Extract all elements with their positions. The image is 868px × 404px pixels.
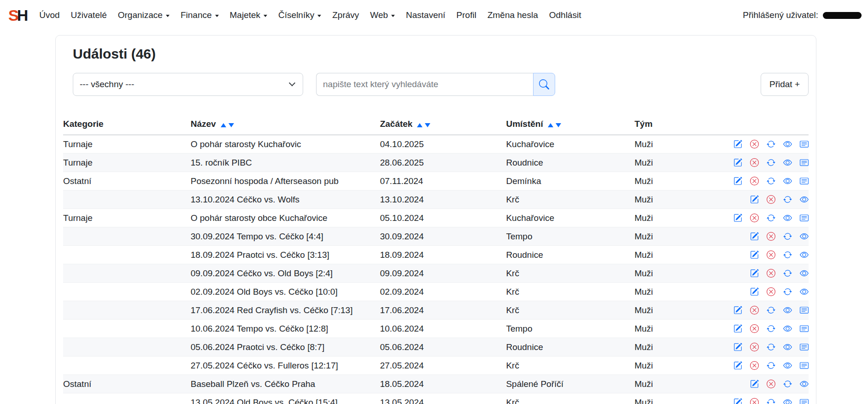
edit-button[interactable] [750, 380, 759, 388]
repeat-button[interactable] [783, 250, 792, 259]
view-button[interactable] [800, 232, 809, 241]
detail-button[interactable] [800, 177, 809, 185]
edit-button[interactable] [733, 158, 742, 167]
repeat-button[interactable] [767, 361, 775, 370]
nav-item-odhlasit[interactable]: Odhlásit [549, 10, 581, 20]
repeat-button[interactable] [767, 214, 775, 222]
arrow-repeat-icon [767, 140, 775, 149]
delete-button[interactable] [750, 324, 759, 333]
view-button[interactable] [783, 343, 792, 351]
repeat-button[interactable] [767, 306, 775, 315]
sort-desc-icon[interactable] [425, 123, 430, 127]
nav-item-ciselniky[interactable]: Číselníky [278, 10, 321, 20]
view-button[interactable] [783, 398, 792, 404]
delete-button[interactable] [767, 232, 775, 241]
edit-button[interactable] [733, 306, 742, 315]
sort-asc-icon[interactable] [221, 123, 226, 127]
nav-item-web[interactable]: Web [370, 10, 395, 20]
search-input[interactable] [316, 73, 533, 96]
col-header-nazev[interactable]: Název [191, 114, 380, 135]
view-button[interactable] [783, 306, 792, 315]
nav-item-organizace[interactable]: Organizace [118, 10, 170, 20]
detail-button[interactable] [800, 306, 809, 315]
view-button[interactable] [800, 250, 809, 259]
edit-button[interactable] [733, 177, 742, 185]
repeat-button[interactable] [767, 343, 775, 351]
view-button[interactable] [800, 195, 809, 204]
delete-button[interactable] [767, 195, 775, 204]
detail-button[interactable] [800, 398, 809, 404]
col-header-umisteni[interactable]: Umístění [506, 114, 634, 135]
delete-button[interactable] [767, 250, 775, 259]
edit-button[interactable] [733, 398, 742, 404]
edit-button[interactable] [733, 140, 742, 149]
edit-button[interactable] [750, 287, 759, 296]
delete-button[interactable] [750, 158, 759, 167]
view-button[interactable] [783, 214, 792, 222]
nav-item-nastaveni[interactable]: Nastavení [406, 10, 446, 20]
detail-button[interactable] [800, 361, 809, 370]
nav-item-zmena-hesla[interactable]: Změna hesla [487, 10, 538, 20]
view-button[interactable] [800, 287, 809, 296]
detail-button[interactable] [800, 140, 809, 149]
delete-button[interactable] [767, 380, 775, 388]
search-button[interactable] [533, 73, 555, 96]
delete-button[interactable] [750, 398, 759, 404]
delete-button[interactable] [750, 361, 759, 370]
edit-button[interactable] [733, 343, 742, 351]
repeat-button[interactable] [767, 324, 775, 333]
repeat-button[interactable] [783, 380, 792, 388]
detail-button[interactable] [800, 214, 809, 222]
cell-name: 02.09.2024 Old Boys vs. Céčko [10:0] [191, 283, 380, 301]
edit-button[interactable] [750, 250, 759, 259]
sort-asc-icon[interactable] [417, 123, 422, 127]
edit-button[interactable] [750, 269, 759, 278]
cell-category [63, 190, 191, 209]
nav-item-profil[interactable]: Profil [457, 10, 476, 20]
repeat-button[interactable] [783, 269, 792, 278]
delete-button[interactable] [750, 306, 759, 315]
repeat-button[interactable] [783, 195, 792, 204]
repeat-button[interactable] [767, 140, 775, 149]
sort-asc-icon[interactable] [548, 123, 553, 127]
edit-button[interactable] [750, 232, 759, 241]
cell-location: Tempo [506, 320, 634, 338]
repeat-button[interactable] [767, 398, 775, 404]
repeat-button[interactable] [783, 232, 792, 241]
detail-button[interactable] [800, 343, 809, 351]
view-button[interactable] [783, 140, 792, 149]
edit-button[interactable] [733, 324, 742, 333]
view-button[interactable] [783, 177, 792, 185]
view-button[interactable] [783, 324, 792, 333]
edit-button[interactable] [750, 195, 759, 204]
edit-button[interactable] [733, 214, 742, 222]
nav-item-uvod[interactable]: Úvod [39, 10, 59, 20]
category-filter-select[interactable]: --- všechny --- [73, 73, 303, 96]
add-button[interactable]: Přidat + [761, 73, 809, 96]
sort-desc-icon[interactable] [556, 123, 561, 127]
edit-button[interactable] [733, 361, 742, 370]
nav-item-uzivatele[interactable]: Uživatelé [71, 10, 107, 20]
x-circle-icon [767, 232, 775, 241]
repeat-button[interactable] [767, 177, 775, 185]
detail-button[interactable] [800, 324, 809, 333]
view-button[interactable] [800, 380, 809, 388]
view-button[interactable] [800, 269, 809, 278]
repeat-button[interactable] [767, 158, 775, 167]
delete-button[interactable] [750, 177, 759, 185]
nav-item-majetek[interactable]: Majetek [230, 10, 268, 20]
detail-button[interactable] [800, 158, 809, 167]
delete-button[interactable] [750, 214, 759, 222]
delete-button[interactable] [767, 287, 775, 296]
view-button[interactable] [783, 361, 792, 370]
col-header-zacatek[interactable]: Začátek [380, 114, 506, 135]
repeat-button[interactable] [783, 287, 792, 296]
delete-button[interactable] [767, 269, 775, 278]
delete-button[interactable] [750, 140, 759, 149]
nav-item-finance[interactable]: Finance [181, 10, 219, 20]
view-button[interactable] [783, 158, 792, 167]
x-circle-icon [750, 343, 759, 351]
nav-item-zpravy[interactable]: Zprávy [332, 10, 359, 20]
delete-button[interactable] [750, 343, 759, 351]
sort-desc-icon[interactable] [229, 123, 234, 127]
